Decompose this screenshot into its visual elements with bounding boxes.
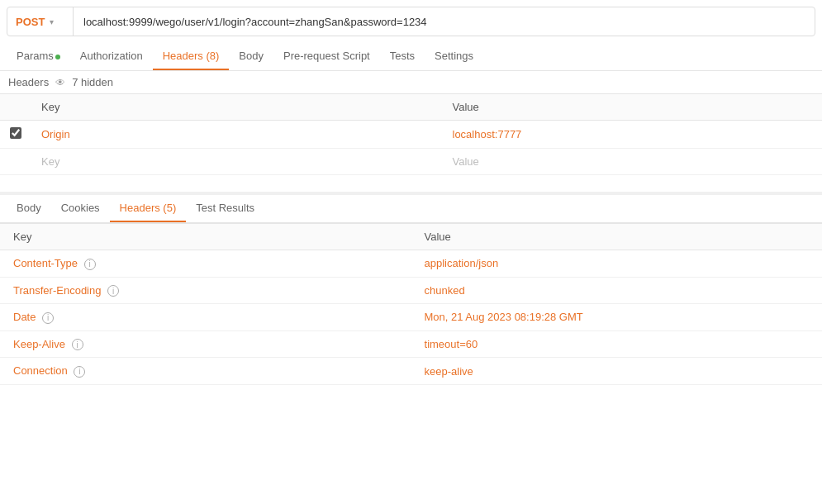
response-tabs: Body Cookies Headers (5) Test Results	[0, 195, 822, 223]
resp-header-value-keep-alive: timeout=60	[411, 330, 823, 358]
highlight-t: t	[425, 338, 428, 350]
tab-authorization[interactable]: Authorization	[70, 43, 153, 70]
table-row: Keep-Alive i timeout=60	[0, 330, 822, 358]
table-row: Content-Type i application/json	[0, 250, 822, 278]
check-cell-empty	[0, 149, 31, 175]
info-icon[interactable]: i	[42, 312, 54, 324]
tab-response-cookies[interactable]: Cookies	[51, 195, 110, 222]
url-input[interactable]	[74, 16, 815, 28]
method-selector[interactable]: POST ▾	[7, 7, 74, 36]
resp-header-key-date: Date i	[0, 304, 411, 331]
header-value[interactable]: localhost:7777	[443, 121, 823, 149]
tab-response-body[interactable]: Body	[7, 195, 51, 222]
header-key[interactable]: Origin	[31, 121, 443, 149]
tab-settings[interactable]: Settings	[425, 43, 483, 70]
header-value-placeholder[interactable]: Value	[443, 149, 823, 175]
resp-header-value-connection: keep-alive	[411, 358, 823, 385]
eye-icon: 👁	[55, 77, 65, 88]
value-col-header: Value	[443, 94, 823, 121]
tab-params[interactable]: Params	[7, 43, 70, 70]
tab-response-headers[interactable]: Headers (5)	[110, 195, 187, 222]
http-method: POST	[16, 16, 45, 28]
tab-pre-request-script[interactable]: Pre-request Script	[273, 43, 380, 70]
request-headers-section-header: Headers 👁 7 hidden	[0, 71, 822, 93]
check-cell[interactable]	[0, 121, 31, 149]
url-bar: POST ▾	[7, 7, 815, 36]
tab-tests[interactable]: Tests	[380, 43, 425, 70]
request-headers-table: Key Value Origin localhost:7777 Key Valu…	[0, 93, 822, 175]
response-headers-table: Key Value Content-Type i application/jso…	[0, 223, 822, 385]
resp-key-col-header: Key	[0, 224, 411, 250]
resp-value-col-header: Value	[411, 224, 823, 250]
resp-header-value-content-type: application/json	[411, 250, 823, 278]
info-icon[interactable]: i	[74, 366, 85, 378]
table-row: Origin localhost:7777	[0, 121, 822, 149]
request-tabs: Params Authorization Headers (8) Body Pr…	[0, 43, 822, 71]
header-key-placeholder[interactable]: Key	[31, 149, 443, 175]
table-row: Connection i keep-alive	[0, 358, 822, 385]
chevron-down-icon: ▾	[50, 17, 54, 26]
resp-header-key-keep-alive: Keep-Alive i	[0, 330, 411, 358]
resp-header-key-content-type: Content-Type i	[0, 250, 411, 278]
info-icon[interactable]: i	[72, 339, 83, 350]
resp-header-key-connection: Connection i	[0, 358, 411, 385]
row-checkbox[interactable]	[10, 127, 21, 139]
params-dot	[55, 55, 60, 59]
info-icon[interactable]: i	[107, 285, 119, 297]
info-icon[interactable]: i	[84, 259, 96, 270]
tab-response-test-results[interactable]: Test Results	[186, 195, 264, 222]
hidden-count: 7 hidden	[72, 76, 113, 88]
resp-header-value-transfer-encoding: chunked	[411, 277, 823, 304]
tab-headers[interactable]: Headers (8)	[153, 43, 230, 70]
table-row: Date i Mon, 21 Aug 2023 08:19:28 GMT	[0, 304, 822, 331]
keep-alive-value: timeout=60	[425, 338, 478, 350]
resp-header-key-transfer-encoding: Transfer-Encoding i	[0, 277, 411, 304]
request-headers-label: Headers	[8, 76, 49, 88]
resp-header-value-date: Mon, 21 Aug 2023 08:19:28 GMT	[411, 304, 823, 331]
key-col-header: Key	[31, 94, 443, 121]
tab-body[interactable]: Body	[229, 43, 273, 70]
table-row: Transfer-Encoding i chunked	[0, 277, 822, 304]
table-row-placeholder: Key Value	[0, 149, 822, 175]
check-col-header	[0, 94, 31, 121]
